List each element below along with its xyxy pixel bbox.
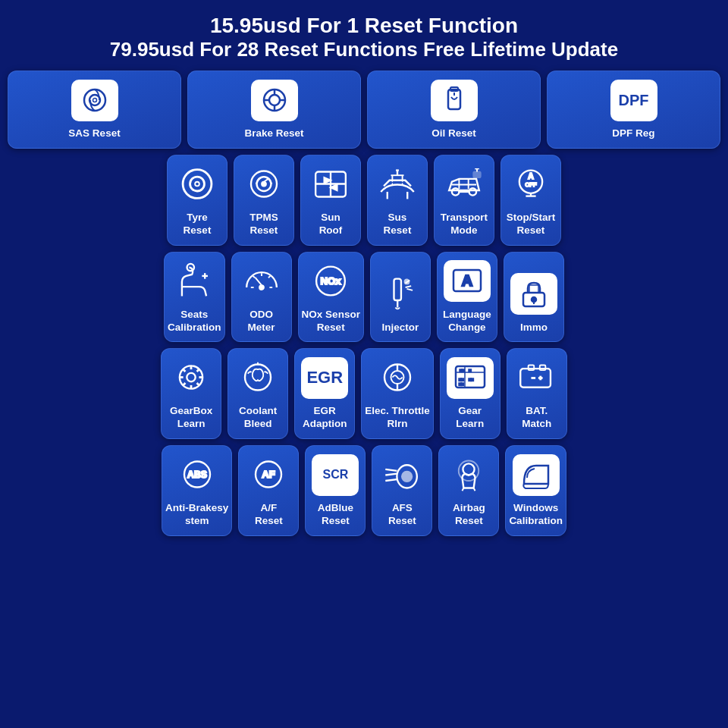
sunroof-icon (304, 162, 357, 207)
stopstart-icon: A OFF (504, 162, 557, 207)
card-gear-learn[interactable]: ■■ ■ ■■ ■■ ■■ GearLearn (440, 348, 500, 439)
card-sus-reset[interactable]: SusReset (367, 155, 428, 246)
svg-point-49 (532, 297, 536, 302)
svg-point-13 (190, 177, 205, 191)
svg-text:A: A (462, 272, 472, 289)
card-sun-roof[interactable]: SunRoof (300, 155, 361, 246)
seats-calibration-label: SeatsCalibration (168, 309, 221, 334)
svg-rect-27 (473, 171, 480, 177)
card-tyre-reset[interactable]: TyreReset (167, 155, 228, 246)
card-seats-calibration[interactable]: SeatsCalibration (164, 252, 225, 343)
svg-text:ABS: ABS (187, 469, 207, 480)
card-abs[interactable]: ABS Anti-Brakesystem (162, 445, 232, 536)
card-elec-throttle[interactable]: Elec. ThrottleRlrn (361, 348, 434, 439)
svg-line-86 (386, 469, 397, 471)
card-coolant-bleed[interactable]: CoolantBleed (228, 348, 288, 439)
card-oil-reset[interactable]: Oil Reset (367, 71, 541, 149)
throttle-icon (371, 355, 424, 400)
svg-line-59 (197, 369, 199, 372)
row-4: GearBoxLearn CoolantBleed EGR EGRAdaptio… (8, 348, 720, 439)
svg-text:AF: AF (262, 469, 276, 480)
svg-rect-43 (394, 278, 400, 300)
sas-icon (68, 77, 121, 123)
gearlearn-icon: ■■ ■ ■■ ■■ ■■ (444, 355, 497, 400)
svg-line-57 (183, 369, 185, 372)
card-immo[interactable]: Immo (504, 252, 564, 343)
transport-icon (438, 162, 491, 207)
card-sas-reset[interactable]: SAS Reset (8, 71, 181, 149)
brake-icon (248, 77, 301, 123)
elec-throttle-label: Elec. ThrottleRlrn (365, 405, 430, 431)
coolant-bleed-label: CoolantBleed (239, 405, 277, 431)
svg-point-52 (187, 373, 196, 381)
row-1: SAS Reset Brake Reset (8, 71, 720, 149)
svg-text:■■: ■■ (469, 377, 473, 381)
windows-calibration-label: WindowsCalibration (509, 502, 563, 528)
svg-line-39 (253, 276, 254, 278)
svg-line-40 (268, 276, 270, 278)
svg-point-0 (84, 89, 105, 111)
egr-icon: EGR (298, 355, 351, 400)
card-afs-reset[interactable]: AFSReset (372, 445, 432, 536)
sus-icon (371, 162, 424, 207)
transport-mode-label: TransportMode (441, 212, 488, 237)
row-5: ABS Anti-Brakesystem AF A/FReset SCR AdB… (8, 445, 720, 536)
svg-point-44 (405, 279, 410, 284)
stop-start-reset-label: Stop/StartReset (507, 212, 556, 237)
card-nox-sensor-reset[interactable]: NOx NOx SensorReset (298, 252, 364, 343)
gearbox-icon (165, 355, 218, 400)
card-injector[interactable]: Injector (370, 252, 431, 343)
card-gearbox-learn[interactable]: GearBoxLearn (161, 348, 221, 439)
card-stop-start-reset[interactable]: A OFF Stop/StartReset (500, 155, 561, 246)
af-icon: AF (242, 452, 295, 497)
card-egr-adaption[interactable]: EGR EGRAdaption (294, 348, 355, 439)
brake-reset-label: Brake Reset (244, 127, 303, 140)
svg-line-91 (463, 488, 464, 491)
af-reset-label: A/FReset (255, 502, 283, 528)
language-change-label: LanguageChange (443, 309, 491, 334)
card-adblue-reset[interactable]: SCR AdBlueReset (305, 445, 366, 536)
card-dpf-reg[interactable]: DPF DPF Reg (547, 71, 720, 149)
windows-icon (510, 452, 563, 497)
svg-text:A: A (528, 172, 534, 180)
svg-line-58 (197, 383, 199, 385)
row-2: TyreReset TPMSReset (8, 155, 720, 246)
sun-roof-label: SunRoof (319, 212, 343, 237)
header: 15.95usd For 1 Reset Function 79.95usd F… (0, 0, 728, 71)
immo-icon (507, 271, 560, 317)
svg-point-14 (195, 182, 199, 187)
gear-learn-label: GearLearn (456, 405, 484, 431)
coolant-icon (231, 355, 284, 400)
svg-line-87 (386, 474, 397, 475)
card-airbag-reset[interactable]: AirbagReset (438, 445, 499, 536)
svg-point-25 (469, 188, 476, 195)
card-tpms-reset[interactable]: TPMSReset (234, 155, 294, 246)
bat-match-label: BAT.Match (522, 405, 551, 431)
card-af-reset[interactable]: AF A/FReset (238, 445, 299, 536)
function-grid: SAS Reset Brake Reset (0, 71, 728, 542)
immo-label: Immo (520, 322, 548, 334)
card-brake-reset[interactable]: Brake Reset (187, 71, 361, 149)
svg-point-17 (262, 182, 266, 187)
card-language-change[interactable]: A LanguageChange (437, 252, 497, 343)
svg-line-18 (264, 179, 268, 182)
abs-label: Anti-Brakesystem (165, 502, 228, 528)
svg-point-34 (259, 285, 264, 290)
tpms-reset-label: TPMSReset (249, 212, 278, 237)
injector-icon (374, 271, 427, 317)
promo-line1: 15.95usd For 1 Reset Function (8, 14, 720, 38)
row-3: SeatsCalibration ODOMeter (8, 252, 720, 343)
svg-text:NOx: NOx (321, 275, 342, 287)
card-transport-mode[interactable]: TransportMode (434, 155, 494, 246)
card-odo-meter[interactable]: ODOMeter (231, 252, 292, 343)
oil-reset-label: Oil Reset (431, 127, 476, 140)
card-windows-calibration[interactable]: WindowsCalibration (505, 445, 566, 536)
svg-text:■■: ■■ (460, 368, 464, 372)
svg-rect-48 (529, 285, 538, 293)
airbag-reset-label: AirbagReset (453, 502, 485, 528)
nox-sensor-reset-label: NOx SensorReset (302, 309, 360, 334)
adblue-reset-label: AdBlueReset (318, 502, 353, 528)
card-bat-match[interactable]: BAT.Match (507, 348, 567, 439)
svg-point-24 (452, 188, 459, 195)
tyre-icon (171, 162, 224, 207)
